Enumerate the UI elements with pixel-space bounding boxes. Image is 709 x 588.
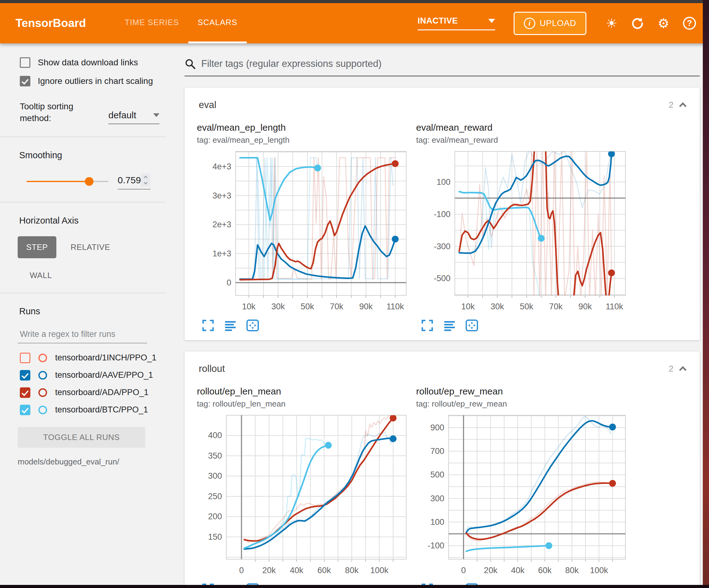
- fullscreen-icon[interactable]: [420, 318, 434, 332]
- svg-text:30k: 30k: [271, 302, 285, 311]
- svg-text:40k: 40k: [290, 566, 304, 575]
- stepper-down-icon[interactable]: [144, 180, 148, 184]
- run-checkbox[interactable]: [20, 387, 30, 398]
- svg-text:90k: 90k: [359, 302, 373, 311]
- chart-tag: tag: eval/mean_reward: [416, 135, 635, 145]
- run-checkbox[interactable]: [20, 370, 30, 381]
- brightness-icon[interactable]: ☀: [601, 13, 622, 33]
- section-count: 2: [669, 100, 674, 110]
- number-stepper[interactable]: [140, 173, 151, 187]
- chart-title: rollout/ep_len_mean: [197, 386, 416, 397]
- runs-filter-input[interactable]: Write a regex to filter runs: [18, 328, 147, 343]
- run-row[interactable]: tensorboard/AAVE/PPO_1: [20, 370, 174, 381]
- ignore-outliers-row[interactable]: Ignore outliers in chart scaling: [20, 76, 174, 86]
- filter-tags-input[interactable]: Filter tags (regular expressions support…: [185, 58, 700, 76]
- svg-text:3e+3: 3e+3: [212, 191, 231, 200]
- chevron-up-icon[interactable]: [679, 366, 686, 374]
- run-row[interactable]: tensorboard/1INCH/PPO_1: [20, 353, 174, 363]
- svg-text:80k: 80k: [345, 566, 359, 575]
- status-dropdown[interactable]: INACTIVE: [418, 16, 495, 30]
- run-row[interactable]: tensorboard/ADA/PPO_1: [20, 387, 174, 398]
- tooltip-sorting-select[interactable]: default: [108, 110, 159, 124]
- tab-time-series[interactable]: TIME SERIES: [115, 3, 188, 43]
- run-row[interactable]: tensorboard/BTC/PPO_1: [20, 405, 174, 415]
- axis-wall-button[interactable]: WALL: [30, 271, 174, 280]
- fullscreen-icon[interactable]: [201, 318, 215, 332]
- show-download-links-label: Show data download links: [38, 58, 138, 68]
- refresh-icon[interactable]: [627, 13, 648, 33]
- chart-title: rollout/ep_rew_mean: [416, 386, 635, 397]
- show-download-links-row[interactable]: Show data download links: [20, 57, 174, 68]
- run-color-circle: [38, 371, 47, 380]
- tooltip-sorting-label: Tooltip sorting method:: [20, 101, 103, 124]
- window-bottom-strip: [0, 585, 709, 588]
- toggle-all-runs-button[interactable]: TOGGLE ALL RUNS: [18, 427, 145, 448]
- run-color-circle: [38, 388, 47, 397]
- smoothing-slider-fill: [27, 181, 89, 182]
- smoothing-heading: Smoothing: [19, 150, 174, 160]
- run-label: tensorboard/1INCH/PPO_1: [55, 353, 156, 363]
- run-checkbox[interactable]: [20, 405, 30, 415]
- section-count: 2: [669, 364, 674, 374]
- question-mark-icon: ?: [683, 17, 696, 30]
- run-checkbox[interactable]: [20, 353, 30, 363]
- help-icon[interactable]: ?: [679, 13, 700, 33]
- settings-icon[interactable]: ⚙: [653, 13, 674, 33]
- ignore-outliers-checkbox[interactable]: [20, 76, 30, 86]
- line-chart-eval-mean-ep-length[interactable]: 10k30k50k70k90k110k01e+32e+33e+34e+3: [197, 147, 411, 315]
- svg-text:0: 0: [227, 278, 231, 287]
- fit-domain-icon[interactable]: [465, 318, 479, 332]
- data-table-icon[interactable]: [443, 318, 456, 332]
- smoothing-slider-thumb[interactable]: [85, 177, 94, 186]
- svg-text:1e+3: 1e+3: [212, 249, 231, 258]
- status-label: INACTIVE: [418, 16, 458, 26]
- filter-tags-placeholder: Filter tags (regular expressions support…: [201, 58, 382, 69]
- chart-card: eval/mean_reward tag: eval/mean_reward 1…: [416, 122, 635, 332]
- dashboard-content: Filter tags (regular expressions support…: [174, 43, 709, 588]
- smoothing-slider[interactable]: [27, 181, 108, 182]
- run-label: tensorboard/BTC/PPO_1: [55, 405, 148, 415]
- svg-text:100k: 100k: [370, 566, 389, 575]
- axis-step-button[interactable]: STEP: [18, 236, 56, 258]
- fit-domain-icon[interactable]: [246, 318, 259, 332]
- section-header-eval[interactable]: eval 2: [185, 87, 700, 122]
- refresh-icon-glyph: [631, 17, 644, 30]
- section-header-rollout[interactable]: rollout 2: [185, 352, 700, 386]
- svg-text:300: 300: [208, 471, 222, 481]
- check-icon: [22, 406, 29, 413]
- chart-title: eval/mean_ep_length: [197, 122, 416, 133]
- tensorboard-window: TensorBoard TIME SERIES SCALARS INACTIVE…: [0, 0, 709, 588]
- axis-relative-button[interactable]: RELATIVE: [71, 242, 110, 252]
- chart-tag: tag: eval/mean_ep_length: [197, 135, 416, 145]
- stepper-up-icon[interactable]: [144, 176, 148, 180]
- run-color-circle: [38, 354, 47, 362]
- window-top-strip: [0, 0, 709, 3]
- sidebar-divider: [0, 136, 166, 137]
- line-chart-rollout-ep-rew-mean[interactable]: 020k40k60k80k100k900700500300100-100: [416, 411, 630, 579]
- svg-text:10k: 10k: [461, 302, 475, 311]
- smoothing-input[interactable]: 0.759: [117, 173, 151, 189]
- svg-text:100: 100: [430, 517, 444, 527]
- svg-text:70k: 70k: [549, 302, 563, 311]
- chevron-up-icon[interactable]: [679, 102, 686, 110]
- show-download-links-checkbox[interactable]: [20, 57, 30, 68]
- data-table-icon[interactable]: [224, 318, 237, 332]
- svg-text:150: 150: [208, 532, 222, 541]
- svg-text:30k: 30k: [491, 302, 504, 311]
- svg-text:50k: 50k: [300, 302, 314, 311]
- runs-list: tensorboard/1INCH/PPO_1tensorboard/AAVE/…: [20, 353, 174, 415]
- run-color-circle: [38, 406, 47, 414]
- upload-button[interactable]: i UPLOAD: [514, 12, 586, 35]
- info-icon: i: [524, 18, 535, 29]
- line-chart-eval-mean-reward[interactable]: 10k30k50k70k90k110k100-100-300-500: [416, 147, 630, 315]
- tooltip-sorting-value: default: [108, 110, 136, 121]
- line-chart-rollout-ep-len-mean[interactable]: 020k40k60k80k100k150200250300350400: [197, 411, 411, 579]
- header-icons: ☀ ⚙ ?: [601, 13, 700, 33]
- desktop-background-strip: [703, 0, 709, 588]
- tab-scalars[interactable]: SCALARS: [188, 3, 246, 43]
- svg-text:-100: -100: [434, 210, 450, 219]
- svg-text:300: 300: [430, 494, 444, 503]
- svg-text:10k: 10k: [242, 302, 256, 311]
- runs-path-label: models/debugged_eval_run/: [18, 457, 174, 467]
- svg-text:500: 500: [430, 470, 444, 479]
